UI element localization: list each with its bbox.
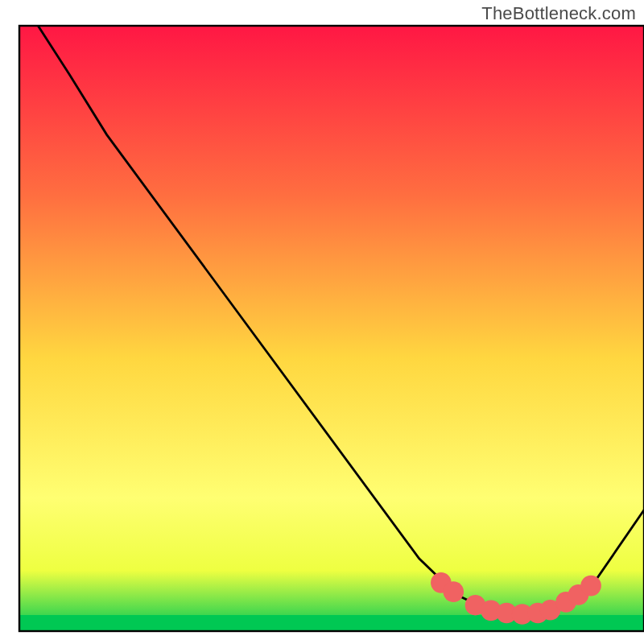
data-dot bbox=[580, 576, 601, 597]
gradient-background bbox=[19, 26, 644, 631]
plot-area bbox=[19, 26, 644, 631]
chart-svg bbox=[0, 0, 644, 644]
data-dot bbox=[443, 581, 464, 602]
watermark-text: TheBottleneck.com bbox=[481, 3, 636, 24]
chart-container: TheBottleneck.com bbox=[0, 0, 644, 644]
